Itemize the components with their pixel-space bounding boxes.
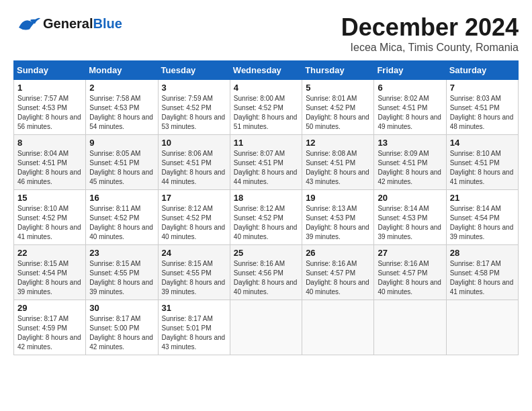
daylight-label: Daylight: 8 hours and 44 minutes. bbox=[162, 169, 226, 185]
table-row: 30 Sunrise: 8:17 AM Sunset: 5:00 PM Dayl… bbox=[86, 300, 158, 355]
table-row: 12 Sunrise: 8:08 AM Sunset: 4:51 PM Dayl… bbox=[302, 135, 374, 190]
daylight-label: Daylight: 8 hours and 41 minutes. bbox=[450, 279, 514, 295]
day-info: Sunrise: 8:12 AM Sunset: 4:52 PM Dayligh… bbox=[162, 204, 226, 242]
table-row: 21 Sunrise: 8:14 AM Sunset: 4:54 PM Dayl… bbox=[446, 190, 518, 245]
day-number: 23 bbox=[89, 248, 154, 258]
daylight-label: Daylight: 8 hours and 41 minutes. bbox=[17, 224, 81, 240]
sunrise-label: Sunrise: 8:12 AM bbox=[234, 205, 285, 212]
sunset-label: Sunset: 4:55 PM bbox=[89, 269, 139, 277]
day-number: 7 bbox=[450, 83, 515, 93]
table-row: 13 Sunrise: 8:09 AM Sunset: 4:51 PM Dayl… bbox=[374, 135, 446, 190]
day-number: 3 bbox=[162, 83, 226, 93]
sunset-label: Sunset: 4:59 PM bbox=[17, 324, 67, 332]
day-number: 31 bbox=[162, 303, 226, 313]
logo-blue: Blue bbox=[93, 16, 122, 31]
day-number: 20 bbox=[378, 193, 442, 203]
day-info: Sunrise: 8:03 AM Sunset: 4:51 PM Dayligh… bbox=[450, 94, 515, 132]
day-number: 22 bbox=[17, 248, 82, 258]
sunrise-label: Sunrise: 8:14 AM bbox=[450, 205, 501, 212]
sunrise-label: Sunrise: 7:59 AM bbox=[162, 95, 213, 102]
sunset-label: Sunset: 4:53 PM bbox=[306, 214, 355, 222]
sunset-label: Sunset: 4:52 PM bbox=[162, 214, 212, 222]
day-info: Sunrise: 7:59 AM Sunset: 4:52 PM Dayligh… bbox=[162, 94, 226, 132]
day-number: 27 bbox=[378, 248, 442, 258]
sunrise-label: Sunrise: 8:10 AM bbox=[17, 205, 69, 212]
day-number: 14 bbox=[450, 138, 515, 148]
sunset-label: Sunset: 4:51 PM bbox=[17, 159, 67, 167]
sunset-label: Sunset: 4:52 PM bbox=[234, 104, 283, 111]
page-header: GeneralBlue December 2024 Iecea Mica, Ti… bbox=[13, 13, 519, 54]
sunrise-label: Sunrise: 8:11 AM bbox=[89, 205, 140, 212]
table-row: 24 Sunrise: 8:15 AM Sunset: 4:55 PM Dayl… bbox=[158, 245, 230, 300]
day-info: Sunrise: 8:13 AM Sunset: 4:53 PM Dayligh… bbox=[306, 204, 370, 242]
sunset-label: Sunset: 5:00 PM bbox=[89, 324, 139, 332]
sunset-label: Sunset: 4:52 PM bbox=[17, 214, 67, 222]
location-title: Iecea Mica, Timis County, Romania bbox=[341, 42, 519, 54]
sunset-label: Sunset: 4:53 PM bbox=[89, 104, 139, 111]
table-row: 1 Sunrise: 7:57 AM Sunset: 4:53 PM Dayli… bbox=[14, 80, 86, 135]
daylight-label: Daylight: 8 hours and 43 minutes. bbox=[306, 169, 369, 185]
sunrise-label: Sunrise: 8:15 AM bbox=[17, 260, 69, 267]
table-row: 14 Sunrise: 8:10 AM Sunset: 4:51 PM Dayl… bbox=[446, 135, 518, 190]
sunset-label: Sunset: 4:53 PM bbox=[378, 214, 427, 222]
daylight-label: Daylight: 8 hours and 40 minutes. bbox=[89, 224, 153, 240]
table-row: 10 Sunrise: 8:06 AM Sunset: 4:51 PM Dayl… bbox=[158, 135, 230, 190]
daylight-label: Daylight: 8 hours and 44 minutes. bbox=[234, 169, 298, 185]
sunset-label: Sunset: 4:51 PM bbox=[234, 159, 283, 167]
table-row: 11 Sunrise: 8:07 AM Sunset: 4:51 PM Dayl… bbox=[230, 135, 302, 190]
daylight-label: Daylight: 8 hours and 39 minutes. bbox=[378, 224, 441, 240]
daylight-label: Daylight: 8 hours and 50 minutes. bbox=[306, 113, 369, 130]
calendar-week-2: 8 Sunrise: 8:04 AM Sunset: 4:51 PM Dayli… bbox=[14, 135, 519, 190]
day-info: Sunrise: 8:05 AM Sunset: 4:51 PM Dayligh… bbox=[89, 149, 154, 187]
day-info: Sunrise: 8:15 AM Sunset: 4:54 PM Dayligh… bbox=[17, 259, 82, 297]
table-row: 15 Sunrise: 8:10 AM Sunset: 4:52 PM Dayl… bbox=[14, 190, 86, 245]
sunrise-label: Sunrise: 8:03 AM bbox=[450, 95, 501, 102]
header-saturday: Saturday bbox=[446, 61, 518, 80]
sunrise-label: Sunrise: 8:16 AM bbox=[306, 260, 357, 267]
header-monday: Monday bbox=[86, 61, 158, 80]
table-row: 25 Sunrise: 8:16 AM Sunset: 4:56 PM Dayl… bbox=[230, 245, 302, 300]
month-title: December 2024 bbox=[341, 13, 519, 42]
sunset-label: Sunset: 4:55 PM bbox=[162, 269, 212, 277]
table-row: 23 Sunrise: 8:15 AM Sunset: 4:55 PM Dayl… bbox=[86, 245, 158, 300]
table-row: 29 Sunrise: 8:17 AM Sunset: 4:59 PM Dayl… bbox=[14, 300, 86, 355]
day-info: Sunrise: 8:17 AM Sunset: 5:00 PM Dayligh… bbox=[89, 314, 154, 352]
sunset-label: Sunset: 4:51 PM bbox=[450, 159, 500, 167]
sunrise-label: Sunrise: 8:16 AM bbox=[234, 260, 285, 267]
sunrise-label: Sunrise: 8:17 AM bbox=[17, 315, 69, 322]
daylight-label: Daylight: 8 hours and 53 minutes. bbox=[162, 113, 226, 130]
day-info: Sunrise: 8:02 AM Sunset: 4:51 PM Dayligh… bbox=[378, 94, 442, 132]
daylight-label: Daylight: 8 hours and 45 minutes. bbox=[89, 169, 153, 185]
day-info: Sunrise: 8:16 AM Sunset: 4:56 PM Dayligh… bbox=[234, 259, 298, 297]
day-info: Sunrise: 8:16 AM Sunset: 4:57 PM Dayligh… bbox=[378, 259, 442, 297]
day-info: Sunrise: 7:57 AM Sunset: 4:53 PM Dayligh… bbox=[17, 94, 82, 132]
sunrise-label: Sunrise: 8:17 AM bbox=[89, 315, 140, 322]
daylight-label: Daylight: 8 hours and 51 minutes. bbox=[234, 113, 298, 130]
daylight-label: Daylight: 8 hours and 39 minutes. bbox=[450, 224, 514, 240]
table-row: 4 Sunrise: 8:00 AM Sunset: 4:52 PM Dayli… bbox=[230, 80, 302, 135]
table-row bbox=[230, 300, 302, 355]
sunrise-label: Sunrise: 8:17 AM bbox=[450, 260, 501, 267]
table-row: 19 Sunrise: 8:13 AM Sunset: 4:53 PM Dayl… bbox=[302, 190, 374, 245]
day-number: 18 bbox=[234, 193, 298, 203]
day-number: 9 bbox=[89, 138, 154, 148]
day-info: Sunrise: 8:12 AM Sunset: 4:52 PM Dayligh… bbox=[234, 204, 298, 242]
table-row: 6 Sunrise: 8:02 AM Sunset: 4:51 PM Dayli… bbox=[374, 80, 446, 135]
day-info: Sunrise: 8:17 AM Sunset: 5:01 PM Dayligh… bbox=[162, 314, 226, 352]
day-number: 29 bbox=[17, 303, 82, 313]
header-wednesday: Wednesday bbox=[230, 61, 302, 80]
table-row bbox=[374, 300, 446, 355]
header-thursday: Thursday bbox=[302, 61, 374, 80]
table-row: 31 Sunrise: 8:17 AM Sunset: 5:01 PM Dayl… bbox=[158, 300, 230, 355]
daylight-label: Daylight: 8 hours and 40 minutes. bbox=[234, 224, 298, 240]
sunset-label: Sunset: 4:56 PM bbox=[234, 269, 283, 277]
sunrise-label: Sunrise: 8:07 AM bbox=[234, 150, 285, 157]
sunset-label: Sunset: 4:51 PM bbox=[306, 159, 355, 167]
sunrise-label: Sunrise: 8:09 AM bbox=[378, 150, 429, 157]
sunset-label: Sunset: 4:51 PM bbox=[378, 159, 427, 167]
sunrise-label: Sunrise: 8:06 AM bbox=[162, 150, 213, 157]
sunrise-label: Sunrise: 8:01 AM bbox=[306, 95, 357, 102]
daylight-label: Daylight: 8 hours and 39 minutes. bbox=[17, 279, 81, 295]
day-number: 16 bbox=[89, 193, 154, 203]
sunrise-label: Sunrise: 8:05 AM bbox=[89, 150, 140, 157]
